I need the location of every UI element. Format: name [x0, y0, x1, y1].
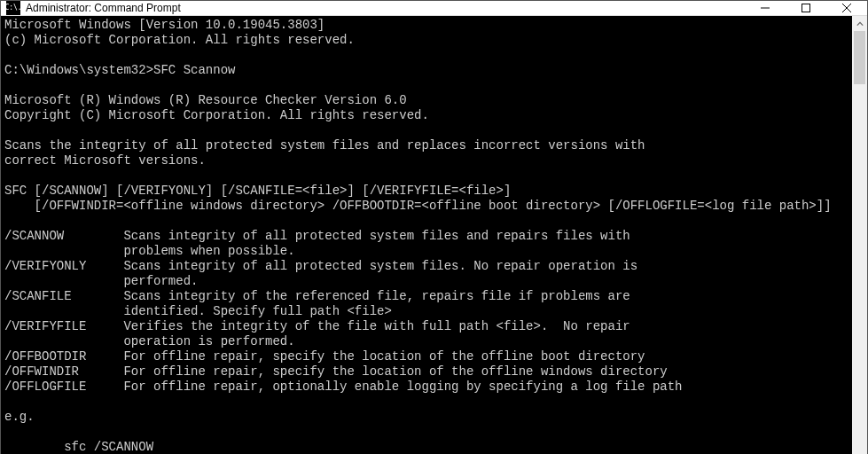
maximize-icon: [802, 4, 810, 12]
maximize-button[interactable]: [786, 1, 826, 15]
scroll-up-button[interactable]: [852, 16, 867, 31]
app-icon: C:\.: [6, 1, 20, 15]
minimize-button[interactable]: [745, 1, 786, 15]
minimize-icon: [761, 4, 770, 12]
terminal-output[interactable]: Microsoft Windows [Version 10.0.19045.38…: [1, 16, 852, 454]
svg-rect-1: [802, 4, 810, 12]
chevron-up-icon: [856, 20, 864, 27]
close-button[interactable]: [826, 1, 867, 15]
scrollbar-thumb[interactable]: [854, 31, 865, 84]
command-prompt-window: C:\. Administrator: Command Prompt Micro…: [0, 0, 868, 454]
app-icon-text: C:\.: [4, 4, 21, 12]
titlebar[interactable]: C:\. Administrator: Command Prompt: [1, 1, 867, 16]
window-title: Administrator: Command Prompt: [26, 2, 745, 14]
client-area: Microsoft Windows [Version 10.0.19045.38…: [1, 16, 867, 454]
vertical-scrollbar[interactable]: [852, 16, 867, 454]
close-icon: [842, 4, 851, 12]
window-controls: [745, 1, 867, 15]
